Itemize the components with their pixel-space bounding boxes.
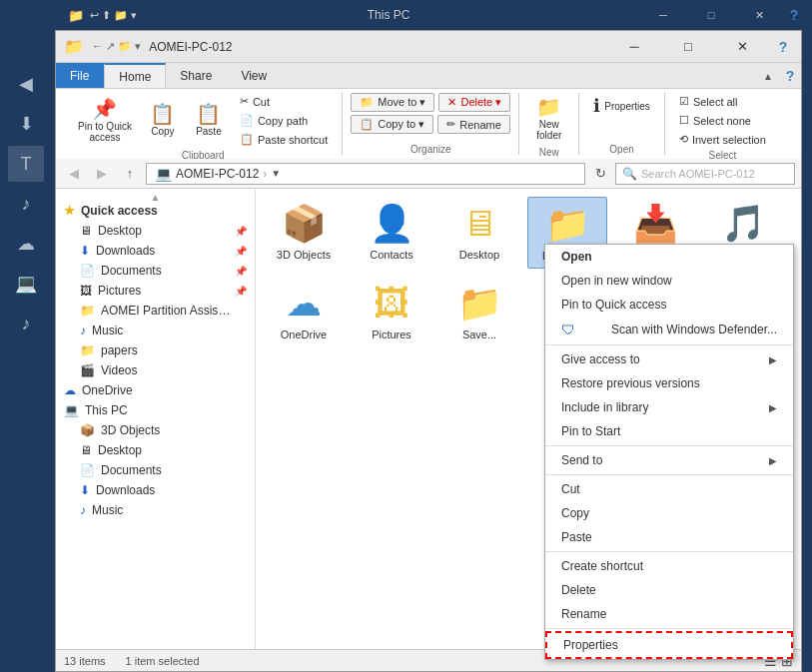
selectnone-icon: ☐ bbox=[679, 114, 689, 127]
select-all-btn[interactable]: ☑ Select all bbox=[673, 93, 744, 110]
ctx-include-library[interactable]: Include in library ▶ bbox=[545, 395, 793, 419]
ctx-open[interactable]: Open bbox=[545, 245, 793, 269]
ctx-restore-versions[interactable]: Restore previous versions bbox=[545, 371, 793, 395]
strip-icon-4[interactable]: ♪ bbox=[8, 186, 44, 222]
ctx-pin-quick[interactable]: Pin to Quick access bbox=[545, 293, 793, 317]
tab-file[interactable]: File bbox=[56, 63, 104, 88]
open-group: ℹ Properties Open bbox=[579, 93, 665, 155]
move-to-btn[interactable]: 📁 Move to ▾ bbox=[351, 93, 434, 112]
forward-btn[interactable]: ▶ bbox=[90, 163, 114, 185]
copy-path-btn[interactable]: 📄 Copy path bbox=[234, 112, 334, 129]
path-pc-icon: 💻 bbox=[155, 166, 172, 182]
win-close[interactable]: ✕ bbox=[719, 33, 765, 61]
file-saved[interactable]: 📁 Save... bbox=[439, 277, 519, 346]
file-pictures[interactable]: 🖼 Pictures bbox=[352, 277, 431, 346]
address-path[interactable]: 💻 AOMEI-PC-012 › ▼ bbox=[146, 163, 585, 185]
sidebar-item-3dobjects[interactable]: 📦 3D Objects bbox=[56, 420, 255, 440]
file-3dobjects[interactable]: 📦 3D Objects bbox=[264, 197, 344, 269]
ctx-rename[interactable]: Rename bbox=[545, 602, 793, 626]
sidebar-item-aomei[interactable]: 📁 AOMEI Partition Assista... bbox=[56, 301, 255, 321]
sidebar-item-pictures[interactable]: 🖼 Pictures 📌 bbox=[56, 281, 255, 301]
back-btn[interactable]: ◀ bbox=[62, 163, 86, 185]
up-btn[interactable]: ↑ bbox=[118, 163, 142, 185]
properties-btn[interactable]: ℹ Properties bbox=[587, 93, 656, 119]
strip-icon-6[interactable]: 💻 bbox=[8, 266, 44, 302]
file-onedrive[interactable]: ☁ OneDrive bbox=[264, 277, 344, 346]
tab-home[interactable]: Home bbox=[104, 63, 166, 88]
ctx-paste[interactable]: Paste bbox=[545, 525, 793, 549]
refresh-btn[interactable]: ↻ bbox=[589, 163, 611, 185]
sidebar-item-videos[interactable]: 🎬 Videos bbox=[56, 360, 255, 380]
sidebar-item-downloads[interactable]: ⬇ Downloads 📌 bbox=[56, 241, 255, 261]
win-minimize[interactable]: ─ bbox=[611, 33, 657, 61]
music-file-icon: 🎵 bbox=[721, 203, 766, 245]
sidebar-item-music[interactable]: ♪ Music bbox=[56, 321, 255, 340]
pin-quick-access-btn[interactable]: 📌 Pin to Quick access bbox=[72, 95, 138, 147]
invert-selection-btn[interactable]: ⟲ Invert selection bbox=[673, 131, 772, 148]
sidebar-item-quickaccess[interactable]: ★ Quick access bbox=[56, 201, 255, 221]
newfolder-icon: 📁 bbox=[536, 97, 561, 117]
sidebar-item-papers[interactable]: 📁 papers bbox=[56, 340, 255, 360]
ribbon-collapse[interactable]: ▲ bbox=[757, 63, 779, 89]
rename-btn[interactable]: ✏ Rename bbox=[437, 115, 510, 134]
search-box[interactable]: 🔍 Search AOMEI-PC-012 bbox=[615, 163, 795, 185]
cut-btn[interactable]: ✂ Cut bbox=[234, 93, 334, 110]
paste-btn[interactable]: 📋 Paste bbox=[188, 100, 230, 141]
strip-icon-1[interactable]: ◀ bbox=[8, 66, 44, 102]
sidebar-item-downloads2[interactable]: ⬇ Downloads bbox=[56, 480, 255, 500]
select-none-btn[interactable]: ☐ Select none bbox=[673, 112, 757, 129]
ribbon-help[interactable]: ? bbox=[779, 63, 801, 89]
ctx-scan-defender[interactable]: 🛡 Scan with Windows Defender... bbox=[545, 317, 793, 342]
help-icon[interactable]: ? bbox=[784, 0, 804, 30]
ctx-open-new-window[interactable]: Open in new window bbox=[545, 269, 793, 293]
aomei-icon: 📁 bbox=[80, 304, 95, 318]
sidebar-item-onedrive[interactable]: ☁ OneDrive bbox=[56, 380, 255, 400]
tab-view[interactable]: View bbox=[227, 63, 282, 88]
file-desktop[interactable]: 🖥 Desktop bbox=[439, 197, 519, 269]
strip-icon-3[interactable]: T bbox=[8, 146, 44, 182]
win-help[interactable]: ? bbox=[773, 33, 793, 61]
sidebar-item-documents[interactable]: 📄 Documents 📌 bbox=[56, 261, 255, 281]
ctx-delete[interactable]: Delete bbox=[545, 578, 793, 602]
sidebar-item-label: OneDrive bbox=[82, 383, 133, 397]
new-folder-btn[interactable]: 📁 New folder bbox=[528, 93, 570, 145]
pictures-icon: 🖼 bbox=[80, 284, 92, 298]
rename-icon: ✏ bbox=[446, 118, 455, 131]
sidebar-item-music2[interactable]: ♪ Music bbox=[56, 500, 255, 520]
sidebar-item-documents2[interactable]: 📄 Documents bbox=[56, 460, 255, 480]
address-bar: ◀ ▶ ↑ 💻 AOMEI-PC-012 › ▼ ↻ 🔍 Search AOME… bbox=[56, 159, 801, 189]
scroll-up[interactable]: ▲ bbox=[56, 193, 255, 201]
ctx-cut[interactable]: Cut bbox=[545, 477, 793, 501]
ctx-create-shortcut[interactable]: Create shortcut bbox=[545, 554, 793, 578]
star-icon: ★ bbox=[64, 204, 75, 218]
sidebar-item-thispc[interactable]: 💻 This PC bbox=[56, 400, 255, 420]
paste-shortcut-btn[interactable]: 📋 Paste shortcut bbox=[234, 131, 334, 148]
organize-group: 📁 Move to ▾ ✕ Delete ▾ 📋 Copy to ▾ ✏ bbox=[343, 93, 519, 155]
title-bar-title: This PC bbox=[137, 8, 640, 22]
ctx-give-access[interactable]: Give access to ▶ bbox=[545, 347, 793, 371]
scissors-icon: ✂ bbox=[240, 95, 249, 108]
strip-icon-5[interactable]: ☁ bbox=[8, 226, 44, 262]
copy-btn[interactable]: 📋 Copy bbox=[142, 100, 184, 141]
sidebar-item-label: 3D Objects bbox=[101, 423, 160, 437]
ctx-send-to[interactable]: Send to ▶ bbox=[545, 448, 793, 472]
sidebar-item-desktop2[interactable]: 🖥 Desktop bbox=[56, 440, 255, 460]
ctx-properties[interactable]: Properties bbox=[545, 631, 793, 659]
win-maximize[interactable]: □ bbox=[665, 33, 711, 61]
desktop-icon: 🖥 bbox=[80, 224, 92, 238]
strip-icon-2[interactable]: ⬇ bbox=[8, 106, 44, 142]
sidebar-item-label: Music bbox=[92, 503, 123, 517]
tab-share[interactable]: Share bbox=[166, 63, 227, 88]
ctx-pin-start[interactable]: Pin to Start bbox=[545, 419, 793, 443]
strip-icon-7[interactable]: ♪ bbox=[8, 306, 44, 341]
title-minimize[interactable]: ─ bbox=[640, 0, 686, 30]
desktop2-icon: 🖥 bbox=[80, 443, 92, 457]
title-close[interactable]: ✕ bbox=[736, 0, 782, 30]
copy-to-btn[interactable]: 📋 Copy to ▾ bbox=[351, 115, 433, 134]
file-contacts[interactable]: 👤 Contacts bbox=[352, 197, 431, 269]
ctx-copy[interactable]: Copy bbox=[545, 501, 793, 525]
title-maximize[interactable]: □ bbox=[688, 0, 734, 30]
sidebar-item-desktop[interactable]: 🖥 Desktop 📌 bbox=[56, 221, 255, 241]
dropdown-arrow[interactable]: ▼ bbox=[271, 168, 281, 179]
delete-btn[interactable]: ✕ Delete ▾ bbox=[438, 93, 510, 112]
